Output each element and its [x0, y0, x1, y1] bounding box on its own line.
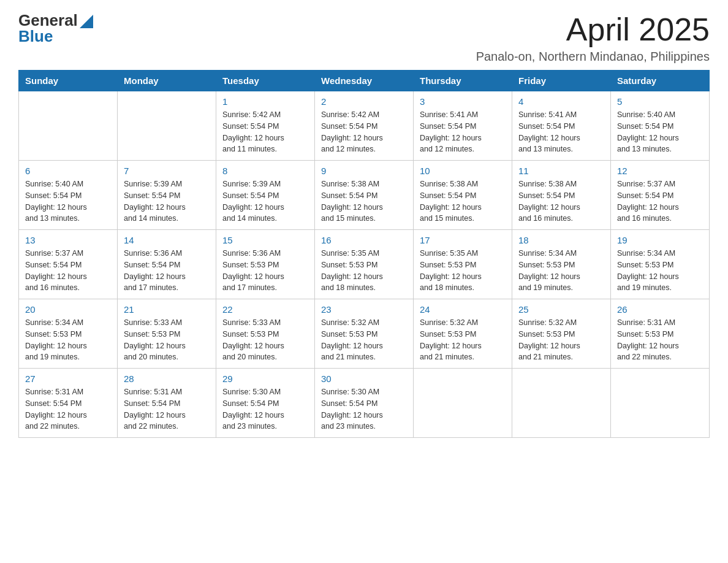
logo-triangle-icon — [80, 15, 93, 28]
calendar-cell — [512, 369, 611, 438]
day-info: Sunrise: 5:32 AM Sunset: 5:53 PM Dayligh… — [518, 317, 604, 363]
day-number: 17 — [420, 235, 506, 245]
day-number: 16 — [321, 235, 407, 245]
calendar-cell: 6Sunrise: 5:40 AM Sunset: 5:54 PM Daylig… — [19, 161, 118, 230]
day-number: 15 — [222, 235, 308, 245]
calendar-cell: 9Sunrise: 5:38 AM Sunset: 5:54 PM Daylig… — [315, 161, 414, 230]
calendar-cell: 28Sunrise: 5:31 AM Sunset: 5:54 PM Dayli… — [118, 369, 216, 438]
col-friday: Friday — [512, 71, 611, 91]
day-number: 26 — [617, 304, 703, 315]
day-number: 4 — [518, 96, 604, 107]
col-thursday: Thursday — [414, 71, 512, 91]
day-number: 18 — [518, 235, 604, 245]
day-number: 25 — [518, 304, 604, 315]
day-info: Sunrise: 5:42 AM Sunset: 5:54 PM Dayligh… — [222, 109, 308, 155]
calendar-cell: 10Sunrise: 5:38 AM Sunset: 5:54 PM Dayli… — [414, 161, 512, 230]
day-number: 12 — [617, 166, 703, 176]
day-info: Sunrise: 5:36 AM Sunset: 5:54 PM Dayligh… — [124, 248, 210, 294]
calendar-cell: 2Sunrise: 5:42 AM Sunset: 5:54 PM Daylig… — [315, 91, 414, 161]
logo-general-text: General — [18, 12, 78, 28]
day-number: 21 — [124, 304, 210, 315]
calendar-week-row: 13Sunrise: 5:37 AM Sunset: 5:54 PM Dayli… — [19, 230, 710, 299]
calendar-cell: 24Sunrise: 5:32 AM Sunset: 5:53 PM Dayli… — [414, 299, 512, 369]
day-info: Sunrise: 5:34 AM Sunset: 5:53 PM Dayligh… — [518, 248, 604, 294]
calendar-cell: 19Sunrise: 5:34 AM Sunset: 5:53 PM Dayli… — [611, 230, 710, 299]
day-info: Sunrise: 5:41 AM Sunset: 5:54 PM Dayligh… — [518, 109, 604, 155]
day-number: 10 — [420, 166, 506, 176]
day-info: Sunrise: 5:40 AM Sunset: 5:54 PM Dayligh… — [25, 178, 111, 224]
day-info: Sunrise: 5:31 AM Sunset: 5:54 PM Dayligh… — [25, 386, 111, 432]
day-info: Sunrise: 5:31 AM Sunset: 5:54 PM Dayligh… — [124, 386, 210, 432]
calendar-cell: 20Sunrise: 5:34 AM Sunset: 5:53 PM Dayli… — [19, 299, 118, 369]
calendar-cell — [19, 91, 118, 161]
day-info: Sunrise: 5:36 AM Sunset: 5:53 PM Dayligh… — [222, 248, 308, 294]
day-number: 1 — [222, 96, 308, 107]
day-number: 3 — [420, 96, 506, 107]
logo: General Blue — [18, 12, 93, 44]
svg-marker-0 — [80, 15, 93, 28]
calendar-cell: 27Sunrise: 5:31 AM Sunset: 5:54 PM Dayli… — [19, 369, 118, 438]
calendar-cell: 14Sunrise: 5:36 AM Sunset: 5:54 PM Dayli… — [118, 230, 216, 299]
calendar-cell: 7Sunrise: 5:39 AM Sunset: 5:54 PM Daylig… — [118, 161, 216, 230]
day-info: Sunrise: 5:39 AM Sunset: 5:54 PM Dayligh… — [124, 178, 210, 224]
day-number: 6 — [25, 166, 111, 176]
calendar-cell: 13Sunrise: 5:37 AM Sunset: 5:54 PM Dayli… — [19, 230, 118, 299]
day-number: 22 — [222, 304, 308, 315]
logo-blue-text: Blue — [18, 28, 53, 44]
day-number: 28 — [124, 373, 210, 384]
calendar-cell: 26Sunrise: 5:31 AM Sunset: 5:53 PM Dayli… — [611, 299, 710, 369]
calendar-cell — [611, 369, 710, 438]
day-info: Sunrise: 5:38 AM Sunset: 5:54 PM Dayligh… — [518, 178, 604, 224]
day-info: Sunrise: 5:39 AM Sunset: 5:54 PM Dayligh… — [222, 178, 308, 224]
calendar-cell — [118, 91, 216, 161]
day-info: Sunrise: 5:35 AM Sunset: 5:53 PM Dayligh… — [321, 248, 407, 294]
day-info: Sunrise: 5:33 AM Sunset: 5:53 PM Dayligh… — [124, 317, 210, 363]
calendar-cell: 30Sunrise: 5:30 AM Sunset: 5:54 PM Dayli… — [315, 369, 414, 438]
day-info: Sunrise: 5:30 AM Sunset: 5:54 PM Dayligh… — [321, 386, 407, 432]
day-number: 30 — [321, 373, 407, 384]
calendar-week-row: 6Sunrise: 5:40 AM Sunset: 5:54 PM Daylig… — [19, 161, 710, 230]
title-area: April 2025 Panalo-on, Northern Mindanao,… — [476, 12, 710, 64]
day-info: Sunrise: 5:34 AM Sunset: 5:53 PM Dayligh… — [617, 248, 703, 294]
day-number: 19 — [617, 235, 703, 245]
calendar-cell: 8Sunrise: 5:39 AM Sunset: 5:54 PM Daylig… — [216, 161, 315, 230]
day-info: Sunrise: 5:38 AM Sunset: 5:54 PM Dayligh… — [420, 178, 506, 224]
calendar-cell — [414, 369, 512, 438]
calendar-cell: 21Sunrise: 5:33 AM Sunset: 5:53 PM Dayli… — [118, 299, 216, 369]
col-sunday: Sunday — [19, 71, 118, 91]
calendar-cell: 15Sunrise: 5:36 AM Sunset: 5:53 PM Dayli… — [216, 230, 315, 299]
calendar-cell: 17Sunrise: 5:35 AM Sunset: 5:53 PM Dayli… — [414, 230, 512, 299]
calendar-cell: 11Sunrise: 5:38 AM Sunset: 5:54 PM Dayli… — [512, 161, 611, 230]
day-number: 24 — [420, 304, 506, 315]
day-info: Sunrise: 5:30 AM Sunset: 5:54 PM Dayligh… — [222, 386, 308, 432]
day-number: 11 — [518, 166, 604, 176]
day-info: Sunrise: 5:35 AM Sunset: 5:53 PM Dayligh… — [420, 248, 506, 294]
day-number: 8 — [222, 166, 308, 176]
calendar-cell: 23Sunrise: 5:32 AM Sunset: 5:53 PM Dayli… — [315, 299, 414, 369]
calendar-cell: 3Sunrise: 5:41 AM Sunset: 5:54 PM Daylig… — [414, 91, 512, 161]
day-number: 9 — [321, 166, 407, 176]
day-info: Sunrise: 5:32 AM Sunset: 5:53 PM Dayligh… — [321, 317, 407, 363]
col-saturday: Saturday — [611, 71, 710, 91]
calendar-header-row: Sunday Monday Tuesday Wednesday Thursday… — [19, 71, 710, 91]
day-info: Sunrise: 5:40 AM Sunset: 5:54 PM Dayligh… — [617, 109, 703, 155]
day-info: Sunrise: 5:34 AM Sunset: 5:53 PM Dayligh… — [25, 317, 111, 363]
col-monday: Monday — [118, 71, 216, 91]
day-info: Sunrise: 5:32 AM Sunset: 5:53 PM Dayligh… — [420, 317, 506, 363]
header: General Blue April 2025 Panalo-on, North… — [18, 12, 710, 64]
month-title: April 2025 — [476, 12, 710, 47]
calendar-cell: 16Sunrise: 5:35 AM Sunset: 5:53 PM Dayli… — [315, 230, 414, 299]
calendar-cell: 5Sunrise: 5:40 AM Sunset: 5:54 PM Daylig… — [611, 91, 710, 161]
day-info: Sunrise: 5:33 AM Sunset: 5:53 PM Dayligh… — [222, 317, 308, 363]
calendar-cell: 18Sunrise: 5:34 AM Sunset: 5:53 PM Dayli… — [512, 230, 611, 299]
calendar-cell: 4Sunrise: 5:41 AM Sunset: 5:54 PM Daylig… — [512, 91, 611, 161]
col-wednesday: Wednesday — [315, 71, 414, 91]
calendar-cell: 1Sunrise: 5:42 AM Sunset: 5:54 PM Daylig… — [216, 91, 315, 161]
calendar-cell: 12Sunrise: 5:37 AM Sunset: 5:54 PM Dayli… — [611, 161, 710, 230]
day-number: 7 — [124, 166, 210, 176]
calendar-cell: 29Sunrise: 5:30 AM Sunset: 5:54 PM Dayli… — [216, 369, 315, 438]
calendar-week-row: 20Sunrise: 5:34 AM Sunset: 5:53 PM Dayli… — [19, 299, 710, 369]
day-number: 2 — [321, 96, 407, 107]
day-number: 29 — [222, 373, 308, 384]
day-info: Sunrise: 5:42 AM Sunset: 5:54 PM Dayligh… — [321, 109, 407, 155]
